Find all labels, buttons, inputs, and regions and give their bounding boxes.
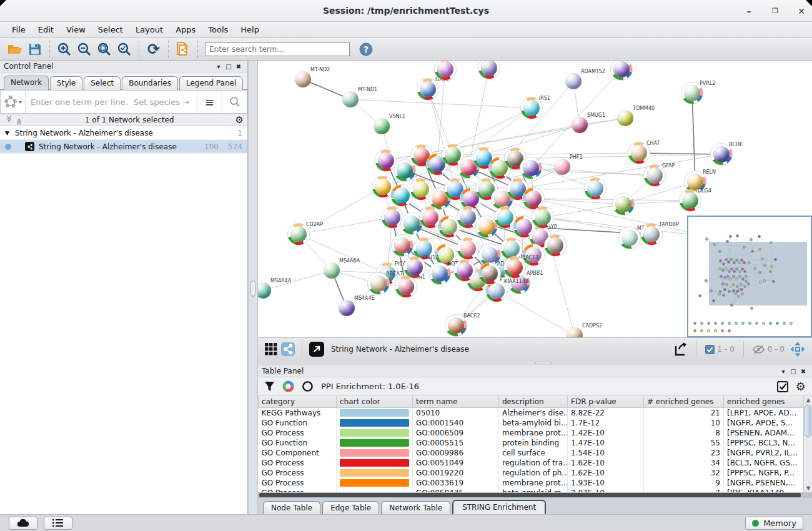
minimize-icon[interactable]: –	[743, 6, 755, 17]
column-header-chart-color[interactable]: chart color	[337, 396, 413, 408]
column-header-enriched-genes[interactable]: enriched genes	[724, 396, 804, 408]
network-node[interactable]	[520, 157, 542, 179]
birdseye-toggle-icon[interactable]	[788, 342, 807, 357]
network-node[interactable]: VSNL1	[370, 115, 393, 137]
table-settings-gear-icon[interactable]: ⚙	[796, 381, 806, 392]
maximize-icon[interactable]: ❐	[770, 6, 781, 17]
tab-node-table[interactable]: Node Table	[263, 501, 320, 514]
network-node[interactable]: ABCA7	[367, 272, 390, 295]
network-node[interactable]	[584, 177, 607, 200]
network-node[interactable]: IRS1	[520, 97, 543, 119]
network-node[interactable]: TARDBP	[640, 223, 663, 246]
enrichment-table[interactable]: categorychart colorterm namedescriptionF…	[258, 396, 804, 492]
enrichment-chart-icon[interactable]	[282, 380, 294, 392]
set-species-link[interactable]: Set species →	[134, 97, 197, 107]
column-header-fdr-p-value[interactable]: FDR p-value	[568, 396, 644, 408]
table-row[interactable]: GO FunctionGO:0005515protein binding1.47…	[259, 438, 804, 448]
network-node[interactable]	[544, 234, 567, 257]
string-view-icon[interactable]	[279, 342, 297, 356]
network-row[interactable]: String Network - Alzheimer's disease 100…	[0, 140, 247, 154]
vertical-splitter[interactable]	[248, 61, 258, 514]
export-network-icon[interactable]	[671, 342, 691, 357]
string-options-menu-icon[interactable]: ≡	[197, 91, 222, 113]
hidden-eye-icon[interactable]	[753, 345, 765, 354]
zoom-fit-button[interactable]	[94, 40, 114, 59]
zoom-selected-button[interactable]	[114, 40, 134, 59]
network-node[interactable]: BIN1	[395, 275, 417, 298]
network-node[interactable]: CD2AP	[287, 223, 310, 246]
table-row[interactable]: GO ProcessGO:0033619membrane prot...1.93…	[259, 478, 804, 488]
column-header-term-name[interactable]: term name	[413, 396, 499, 408]
save-session-button[interactable]	[25, 40, 45, 59]
network-node[interactable]	[453, 259, 476, 282]
network-node[interactable]: PVRL2	[681, 82, 703, 104]
scrollbar-thumb[interactable]	[805, 405, 811, 437]
splitter-grip[interactable]	[250, 280, 255, 297]
network-node[interactable]	[391, 234, 413, 257]
checkbox-icon[interactable]	[705, 345, 715, 354]
expand-all-icon[interactable]: ≫	[15, 115, 23, 125]
network-canvas[interactable]: MT-ND2MT-ND1VSNL1GAB2ADAMTS2PVRL2TOMM40S…	[258, 61, 812, 337]
tab-boundaries[interactable]: Boundaries	[122, 76, 178, 90]
open-session-button[interactable]	[5, 40, 25, 59]
tab-style[interactable]: Style	[50, 76, 82, 90]
network-node[interactable]: PHF1	[551, 156, 573, 178]
menu-file[interactable]: File	[6, 23, 31, 36]
tab-edge-table[interactable]: Edge Table	[322, 501, 379, 514]
network-node[interactable]	[612, 193, 635, 216]
import-network-button[interactable]	[173, 40, 193, 59]
collapse-all-icon[interactable]: ≫	[5, 115, 13, 125]
network-node[interactable]: BACE2	[445, 314, 467, 337]
network-node[interactable]: BCHE	[710, 143, 733, 166]
table-row[interactable]: GO FunctionGO:0001540beta-amyloid bi...1…	[259, 418, 804, 428]
tab-string-enrichment[interactable]: STRING Enrichment	[452, 500, 546, 514]
search-input[interactable]	[205, 42, 350, 56]
tab-select[interactable]: Select	[84, 76, 121, 90]
string-logo-icon[interactable]: ▾	[1, 91, 26, 113]
help-icon[interactable]: ?	[356, 40, 376, 59]
menu-edit[interactable]: Edit	[32, 23, 59, 36]
zoom-in-button[interactable]	[54, 40, 74, 59]
birdseye-view[interactable]	[687, 216, 812, 337]
table-row[interactable]: GO ProcessGO:0006509membrane prot...1.42…	[259, 428, 804, 438]
network-node[interactable]: DLG4	[679, 189, 701, 212]
menu-help[interactable]: Help	[235, 23, 265, 36]
network-node[interactable]: BACE1	[503, 256, 526, 279]
tree-collapse-icon[interactable]: ▼	[5, 130, 15, 136]
string-search-icon[interactable]	[222, 91, 247, 113]
network-node[interactable]: MT-ND2	[292, 68, 314, 91]
network-node[interactable]: ADAMTS2	[562, 70, 585, 92]
column-header-description[interactable]: description	[499, 396, 568, 408]
clear-chart-icon[interactable]	[302, 380, 314, 392]
network-node[interactable]	[532, 206, 554, 229]
network-node[interactable]: MS4A4E	[335, 297, 358, 319]
horizontal-scrollbar[interactable]	[258, 492, 812, 498]
panel-float-icon[interactable]: □	[788, 368, 798, 375]
network-node[interactable]: MS4A6A	[320, 259, 343, 282]
panel-menu-icon[interactable]: ▾	[214, 63, 224, 70]
panel-float-icon[interactable]: □	[224, 63, 234, 70]
splitter-grip[interactable]	[535, 362, 552, 364]
menu-view[interactable]: View	[61, 23, 91, 36]
network-node[interactable]: SMUG1	[568, 114, 591, 136]
menu-tools[interactable]: Tools	[202, 23, 234, 36]
table-row[interactable]: GO ProcessGO:0019220regulation of ph...1…	[259, 468, 804, 478]
tab-network[interactable]: Network	[4, 76, 49, 90]
task-history-button[interactable]	[44, 517, 72, 530]
network-node[interactable]: CHAT	[628, 142, 650, 164]
column-header--enriched-genes[interactable]: # enriched genes	[644, 396, 724, 408]
table-row[interactable]: GO ProcessGO:0051049regulation of tra...…	[259, 458, 804, 468]
network-node[interactable]: APH1A	[404, 256, 426, 279]
table-row[interactable]: GO ProcessGO:0050435beta-amyloid m...2.0…	[259, 488, 804, 493]
panel-close-icon[interactable]: ✖	[234, 63, 244, 70]
menu-apps[interactable]: Apps	[170, 23, 201, 36]
network-node[interactable]: MT-ND1	[339, 88, 362, 111]
horizontal-splitter[interactable]	[258, 360, 812, 365]
panel-menu-icon[interactable]: ▾	[778, 368, 788, 375]
select-columns-icon[interactable]	[777, 381, 788, 392]
string-query-input[interactable]: Enter one term per line.	[26, 97, 134, 107]
network-node[interactable]: ADAM10	[478, 262, 501, 285]
tab-network-table[interactable]: Network Table	[381, 501, 450, 514]
network-node[interactable]	[457, 237, 479, 260]
menu-select[interactable]: Select	[92, 23, 129, 36]
